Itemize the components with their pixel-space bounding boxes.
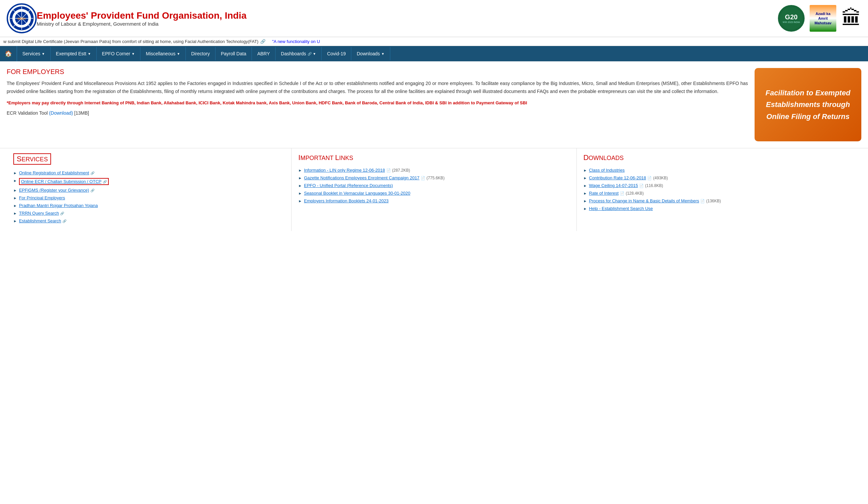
content-left: For Employers The Employees' Provident F… xyxy=(7,68,748,141)
arrow-icon: ► xyxy=(583,191,587,195)
ext-icon: 🔗 xyxy=(62,219,66,223)
azadi-badge: Azadi kaAmritMahotsav xyxy=(810,5,836,32)
ecr-label: ECR Validation Tool xyxy=(7,110,48,116)
downloads-col-title: DOWNLOADS xyxy=(583,153,855,164)
services-col: SERVICES ► Online Registration of Establ… xyxy=(7,148,291,231)
service-link-ecr[interactable]: Online ECR / Challan Submission / OTCP xyxy=(21,179,101,184)
arrow-icon: ► xyxy=(583,207,587,211)
list-item: ► Online ECR / Challan Submission / OTCP… xyxy=(13,178,285,185)
nav-directory[interactable]: Directory xyxy=(186,47,216,60)
file-size: (493KB) xyxy=(653,176,668,180)
list-item: ► Contribution Rate 12-06-2018 📄 (493KB) xyxy=(583,175,855,180)
nav-dashboards-label: Dashboards xyxy=(281,51,306,56)
list-item: ► Pradhan Mantri Rojgar Protsahan Yojana xyxy=(13,203,285,208)
list-item: ► EPFiGMS (Register your Grievance) 🔗 xyxy=(13,188,285,193)
nav-abry-label: ABRY xyxy=(257,51,270,56)
file-size: (287.2KB) xyxy=(392,168,410,173)
nav-directory-label: Directory xyxy=(191,51,210,56)
list-item: ► Online Registration of Establishment 🔗 xyxy=(13,170,285,175)
nav-exempted-label: Exempted Estt xyxy=(56,51,86,56)
arrow-icon: ► xyxy=(298,168,302,172)
service-link-trrn[interactable]: TRRN Query Search xyxy=(19,211,59,216)
nav-miscellaneous-arrow: ▼ xyxy=(177,52,180,56)
nav-exempted[interactable]: Exempted Estt ▼ xyxy=(51,47,97,60)
list-item: ► For Principal Employers xyxy=(13,195,285,200)
arrow-icon: ► xyxy=(298,199,302,203)
services-title-text: SERVICES xyxy=(13,153,51,165)
nav-downloads-label: Downloads xyxy=(356,51,380,56)
arrow-icon: ► xyxy=(583,199,587,203)
important-links-col: IMPORTANT LINKS ► Information - LIN only… xyxy=(291,148,577,231)
nav-dashboards[interactable]: Dashboards 🔗 ▼ xyxy=(276,47,322,60)
pdf-icon: 📄 xyxy=(647,176,652,180)
nav-payroll[interactable]: Payroll Data xyxy=(216,47,252,60)
download-rate-of-interest[interactable]: Rate of Interest xyxy=(589,191,619,196)
file-size: (116.8KB) xyxy=(645,183,663,188)
ticker-link[interactable]: "A new functionality on U xyxy=(272,39,320,44)
nav-home-button[interactable]: 🏠 xyxy=(0,46,17,61)
nav-services-label: Services xyxy=(22,51,40,56)
ext-icon: 🔗 xyxy=(103,180,107,184)
service-link-pmrpy[interactable]: Pradhan Mantri Rojgar Protsahan Yojana xyxy=(19,203,98,208)
nav-epfo-corner-label: EPFO Corner xyxy=(102,51,131,56)
ecr-size: [13MB] xyxy=(74,110,89,116)
file-size: (136KB) xyxy=(706,199,721,203)
nav-miscellaneous[interactable]: Miscellaneous ▼ xyxy=(141,47,186,60)
list-item: ► Rate of Interest 📄 (128.4KB) xyxy=(583,191,855,196)
pdf-icon: 📄 xyxy=(386,168,391,172)
arrow-icon: ► xyxy=(13,219,17,223)
nav-services-arrow: ▼ xyxy=(42,52,45,56)
nav-downloads-arrow: ▼ xyxy=(381,52,385,56)
ecr-download-link[interactable]: (Download) xyxy=(49,110,73,116)
link-lin[interactable]: Information - LIN only Regime 12-06-2018 xyxy=(304,168,385,173)
epfo-logo: INDIA xyxy=(7,3,37,33)
download-help-estab[interactable]: Help - Establishment Search Use xyxy=(589,206,653,211)
list-item: ► Employers Information Booklets 24-01-2… xyxy=(298,198,569,203)
nav-downloads[interactable]: Downloads ▼ xyxy=(351,47,390,60)
link-gazette[interactable]: Gazette Notifications Employees Enrolmen… xyxy=(304,175,419,180)
nav-covid[interactable]: Covid-19 xyxy=(322,47,351,60)
file-size: (128.4KB) xyxy=(626,191,644,196)
link-employer-booklets[interactable]: Employers Information Booklets 24-01-202… xyxy=(304,198,389,203)
link-seasonal-booklet[interactable]: Seasonal Booklet in Vernacular Languages… xyxy=(304,191,410,196)
arrow-icon: ► xyxy=(13,204,17,208)
nav-epfo-corner-arrow: ▼ xyxy=(132,52,135,56)
file-size: (775.6KB) xyxy=(427,176,445,180)
list-item: ► Gazette Notifications Employees Enrolm… xyxy=(298,175,569,180)
nav-bar: 🏠 Services ▼ Exempted Estt ▼ EPFO Corner… xyxy=(0,46,868,61)
list-item: ► EPFO - Unified Portal (Reference Docum… xyxy=(298,183,569,188)
nav-epfo-corner[interactable]: EPFO Corner ▼ xyxy=(97,47,141,60)
download-contribution-rate[interactable]: Contribution Rate 12-06-2018 xyxy=(589,175,646,180)
bank-note: *Employers may pay directly through Inte… xyxy=(7,100,748,107)
service-link-principal[interactable]: For Principal Employers xyxy=(19,195,65,200)
nav-abry[interactable]: ABRY xyxy=(252,47,276,60)
service-link-registration[interactable]: Online Registration of Establishment xyxy=(19,170,89,175)
nav-services[interactable]: Services ▼ xyxy=(17,47,51,60)
downloads-col: DOWNLOADS ► Class of Industries ► Contri… xyxy=(577,148,861,231)
svg-text:INDIA: INDIA xyxy=(18,17,26,20)
arrow-icon: ► xyxy=(13,171,17,175)
list-item: ► Process for Change in Name & Basic Det… xyxy=(583,198,855,203)
arrow-icon: ► xyxy=(298,191,302,195)
arrow-icon: ► xyxy=(583,176,587,180)
g20-label: G20 xyxy=(785,13,798,21)
site-subtitle: Ministry of Labour & Employment, Governm… xyxy=(37,21,778,27)
header-title-area: Employees' Provident Fund Organisation, … xyxy=(37,10,778,27)
arrow-icon: ► xyxy=(298,184,302,188)
download-change-name[interactable]: Process for Change in Name & Basic Detai… xyxy=(589,198,699,203)
list-item: ► TRRN Query Search 🔗 xyxy=(13,211,285,216)
service-link-estab-search[interactable]: Establishment Search xyxy=(19,218,61,223)
list-item: ► Help - Establishment Search Use xyxy=(583,206,855,211)
list-item: ► Class of Industries xyxy=(583,168,855,173)
ecr-line: ECR Validation Tool (Download) [13MB] xyxy=(7,110,748,116)
nav-payroll-label: Payroll Data xyxy=(221,51,246,56)
list-item: ► Information - LIN only Regime 12-06-20… xyxy=(298,168,569,173)
link-unified-portal[interactable]: EPFO - Unified Portal (Reference Documen… xyxy=(304,183,393,188)
ticker-bar: w submit Digital Life Certificate (Jeeva… xyxy=(0,37,868,46)
download-wage-ceiling[interactable]: Wage Ceiling 14-07-2015 xyxy=(589,183,638,188)
arrow-icon: ► xyxy=(583,184,587,188)
service-link-epfigms[interactable]: EPFiGMS (Register your Grievance) xyxy=(19,188,89,193)
for-employers-title: For Employers xyxy=(7,68,748,76)
azadi-text: Azadi kaAmritMahotsav xyxy=(815,11,831,26)
download-class-industries[interactable]: Class of Industries xyxy=(589,168,625,173)
